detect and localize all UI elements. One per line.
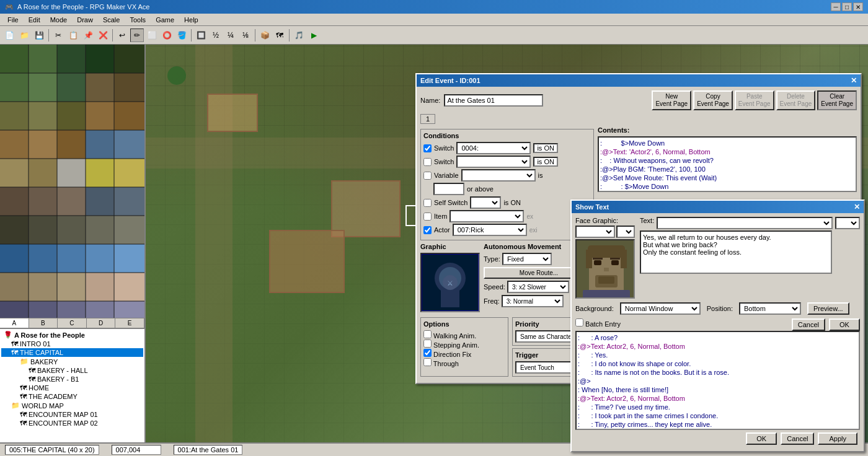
dialog-ok-button[interactable]: OK <box>829 318 860 331</box>
stepping-anim-label[interactable]: Stepping Anim. <box>423 341 479 349</box>
self-switch-checkbox[interactable] <box>423 199 432 207</box>
preview-button[interactable]: Preview... <box>807 302 849 315</box>
show-text-close[interactable]: ✕ <box>854 203 860 211</box>
variable-value-input[interactable] <box>433 183 464 195</box>
tool-event[interactable]: 📦 <box>258 28 272 42</box>
tool-copy[interactable]: 📋 <box>66 28 80 42</box>
stepping-anim-checkbox[interactable] <box>423 340 432 348</box>
tree-item-encounter01[interactable]: 🗺ENCOUNTER MAP 01 <box>1 410 143 419</box>
position-select[interactable]: Bottom <box>739 302 801 315</box>
tile-tab-d[interactable]: D <box>87 318 116 328</box>
switch2-checkbox[interactable] <box>423 158 432 166</box>
type-select[interactable]: Fixed <box>502 253 552 265</box>
tile-tab-b[interactable]: B <box>29 318 58 328</box>
tileset-area[interactable] <box>0 45 144 318</box>
clear-event-page-button[interactable]: ClearEvent Page <box>817 90 857 110</box>
tree-item-bakery-b1[interactable]: 🗺BAKERY - B1 <box>1 375 143 384</box>
menu-game[interactable]: Game <box>151 15 179 25</box>
tool-fill[interactable]: 🪣 <box>175 28 188 42</box>
tree-item-academy[interactable]: 🗺THE ACADEMY <box>1 392 143 401</box>
menu-help[interactable]: Help <box>179 15 203 25</box>
walking-anim-label[interactable]: Walking Anim. <box>423 332 476 340</box>
menu-file[interactable]: File <box>2 15 24 25</box>
copy-event-page-button[interactable]: CopyEvent Page <box>693 90 733 110</box>
minimize-button[interactable]: ─ <box>831 2 841 11</box>
direction-fix-label[interactable]: Direction Fix <box>423 351 471 358</box>
close-button[interactable]: ✕ <box>853 2 863 11</box>
batch-entry-label[interactable]: Batch Entry <box>575 320 621 328</box>
tool-scale2[interactable]: ½ <box>209 28 223 42</box>
menu-scale[interactable]: Scale <box>98 15 125 25</box>
batch-entry-checkbox[interactable] <box>575 318 583 327</box>
tool-paste[interactable]: 📌 <box>81 28 95 42</box>
tool-rect[interactable]: ⬜ <box>145 28 159 42</box>
tile-tab-c[interactable]: C <box>58 318 87 328</box>
through-label[interactable]: Through <box>423 360 459 367</box>
tool-region[interactable]: 🗺 <box>273 28 286 42</box>
bottom-cancel-button[interactable]: Cancel <box>781 432 814 445</box>
tool-bgm[interactable]: 🎵 <box>292 28 306 42</box>
edit-event-close[interactable]: ✕ <box>851 76 857 85</box>
new-event-page-button[interactable]: NewEvent Page <box>652 90 691 110</box>
tile-tab-e[interactable]: E <box>115 318 144 328</box>
direction-fix-checkbox[interactable] <box>423 349 432 357</box>
tree-item-encounter02[interactable]: 🗺ENCOUNTER MAP 02 <box>1 419 143 428</box>
apply-button[interactable]: Apply <box>818 432 857 445</box>
walking-anim-checkbox[interactable] <box>423 330 432 338</box>
tool-scale1[interactable]: 🔲 <box>194 28 208 42</box>
menu-edit[interactable]: Edit <box>24 15 45 25</box>
self-switch-select[interactable] <box>470 196 501 209</box>
switch1-select[interactable]: 0004: <box>456 142 531 154</box>
tree-item-bakery-hall[interactable]: 🗺BAKERY - HALL <box>1 366 143 375</box>
tool-pencil[interactable]: ✏ <box>130 28 144 42</box>
delete-event-page-button[interactable]: DeleteEvent Page <box>776 90 816 110</box>
menu-tools[interactable]: Tools <box>125 15 151 25</box>
tool-delete[interactable]: ❌ <box>96 28 110 42</box>
speed-select[interactable]: 3: x2 Slower <box>507 281 569 293</box>
tool-scale3[interactable]: ¼ <box>224 28 237 42</box>
variable-select[interactable] <box>461 169 536 182</box>
background-select[interactable]: Normal Window <box>620 302 701 315</box>
item-select[interactable] <box>450 210 524 222</box>
lower-contents-area[interactable]: : : A rose? :@>Text: Actor2, 6, Normal, … <box>575 331 860 430</box>
svg-rect-94 <box>604 268 609 271</box>
svg-rect-46 <box>29 301 57 318</box>
paste-event-page-button[interactable]: PasteEvent Page <box>735 90 774 110</box>
name-input[interactable] <box>444 94 543 107</box>
text-size-select[interactable] <box>835 217 860 229</box>
tool-ellipse[interactable]: ⭕ <box>160 28 174 42</box>
face-graphic-index[interactable] <box>616 226 635 238</box>
graphic-box[interactable]: ⚔ <box>420 253 480 312</box>
tool-save[interactable]: 💾 <box>32 28 46 42</box>
tile-tab-a[interactable]: A <box>0 318 29 328</box>
tool-scale4[interactable]: ⅛ <box>239 28 252 42</box>
tool-new[interactable]: 📄 <box>2 28 16 42</box>
dialog-cancel-button[interactable]: Cancel <box>792 318 825 331</box>
tool-undo[interactable]: ↩ <box>115 28 129 42</box>
contents-scroll-area[interactable]: : $>Move Down :@>Text: 'Actor2', 6, Norm… <box>598 136 857 192</box>
actor-select[interactable]: 007:Rick <box>453 224 527 236</box>
tree-item-bakery[interactable]: 📁BAKERY <box>1 357 143 366</box>
freq-select[interactable]: 3: Normal <box>502 295 564 307</box>
tree-item-capital[interactable]: 🗺THE CAPITAL <box>1 348 143 357</box>
item-checkbox[interactable] <box>423 213 432 221</box>
maximize-button[interactable]: □ <box>842 2 852 11</box>
lower-line-1: : : A rose? <box>578 333 857 342</box>
menu-draw[interactable]: Draw <box>72 15 98 25</box>
text-content-input[interactable]: Yes, we all return to our houses every d… <box>640 230 832 274</box>
variable-checkbox[interactable] <box>423 172 432 180</box>
face-graphic-select[interactable] <box>575 226 615 238</box>
menu-mode[interactable]: Mode <box>45 15 73 25</box>
through-checkbox[interactable] <box>423 358 432 366</box>
actor-checkbox[interactable] <box>423 226 432 234</box>
switch1-checkbox[interactable] <box>423 144 432 152</box>
tool-cut[interactable]: ✂ <box>51 28 65 42</box>
tree-item-intro01[interactable]: 🗺INTRO 01 <box>1 340 143 348</box>
tree-item-worldmap[interactable]: 📁WORLD MAP <box>1 401 143 410</box>
tool-open[interactable]: 📁 <box>17 28 31 42</box>
bottom-ok-button[interactable]: OK <box>746 432 777 445</box>
tree-item-home[interactable]: 🗺HOME <box>1 384 143 392</box>
switch2-select[interactable] <box>456 156 531 168</box>
text-font-select[interactable] <box>657 217 833 229</box>
tool-play[interactable]: ▶ <box>307 28 321 42</box>
